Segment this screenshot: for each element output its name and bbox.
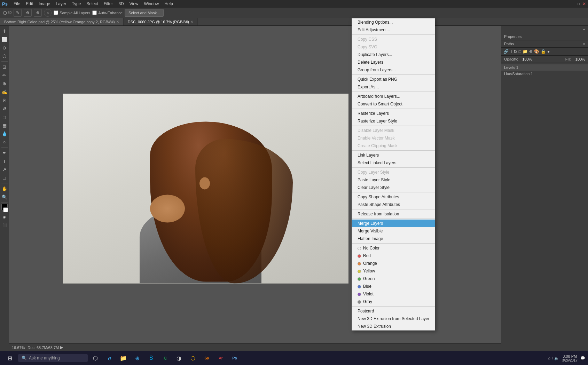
brush-subtract-btn[interactable]: ⊖ [24, 9, 32, 17]
ctx-item-blue[interactable]: Blue [352, 283, 435, 290]
layer-color-icon[interactable]: 🎨 [534, 49, 539, 54]
task-view-icon[interactable]: ⬡ [89, 352, 102, 364]
tab-1[interactable]: DSC_0060.JPG @ 16.7% (RGB/8#) ✕ [124, 18, 198, 25]
taskbar-search[interactable]: 🔍 Ask me anything [18, 354, 88, 362]
eraser-tool[interactable]: ◻ [1, 113, 8, 121]
ctx-item-gray[interactable]: Gray [352, 298, 435, 306]
ctx-item-disable-layer-mask[interactable]: Disable Layer Mask [352, 127, 435, 134]
ctx-item-rasterize-layers[interactable]: Rasterize Layers [352, 110, 435, 117]
spotify-icon[interactable]: ♫ [159, 352, 171, 364]
tab-0-close[interactable]: ✕ [116, 20, 119, 24]
brush-mode-btn[interactable]: ✎ [14, 9, 22, 17]
layer-item-1[interactable]: Hue/Saturation 1 [501, 71, 588, 77]
ctx-item-orange[interactable]: Orange [352, 260, 435, 267]
layer-lock-icon[interactable]: 🔒 [541, 49, 546, 54]
zoom-tool[interactable]: 🔍 [1, 193, 8, 201]
ctx-item-artboard-from-layers[interactable]: Artboard from Layers... [352, 93, 435, 100]
ctx-item-no-color[interactable]: No Color [352, 244, 435, 252]
brush-tool[interactable]: ✍ [1, 88, 8, 96]
tab-1-close[interactable]: ✕ [190, 20, 193, 24]
ctx-item-new-3d-extrusion[interactable]: New 3D Extrusion [352, 323, 435, 330]
auto-enhance-checkbox[interactable]: Auto-Enhance [92, 10, 123, 15]
path-select-tool[interactable]: ↗ [1, 166, 8, 173]
eyedropper-tool[interactable]: ✏ [1, 71, 8, 79]
ctx-item-release-from-isolation[interactable]: Release from Isolation [352, 210, 435, 218]
acrobat-icon[interactable]: Ar [214, 352, 227, 364]
ctx-item-copy-svg[interactable]: Copy SVG [352, 43, 435, 51]
lasso-tool[interactable]: ⊙ [1, 44, 8, 51]
edge-icon[interactable]: ℯ [103, 352, 116, 364]
shape-tool[interactable]: □ [1, 174, 8, 182]
crop-tool[interactable]: ⊡ [1, 63, 8, 71]
notifications-icon[interactable]: 💬 [580, 356, 585, 360]
maximize-button[interactable]: □ [577, 1, 580, 6]
fill-value[interactable]: 100% [575, 57, 585, 61]
ctx-item-paste-shape-attributes[interactable]: Paste Shape Attributes [352, 201, 435, 208]
ps-icon[interactable]: Ps [228, 352, 241, 364]
close-button[interactable]: ✕ [582, 1, 586, 6]
ctx-item-flatten-image[interactable]: Flatten Image [352, 235, 435, 243]
ctx-item-enable-vector-mask[interactable]: Enable Vector Mask [352, 134, 435, 142]
brush-size-btn[interactable]: ○ [44, 9, 52, 17]
dodge-tool[interactable]: ○ [1, 138, 8, 146]
ctx-item-yellow[interactable]: Yellow [352, 267, 435, 275]
type-tool[interactable]: T [1, 157, 8, 165]
ctx-item-clear-layer-style[interactable]: Clear Layer Style [352, 184, 435, 191]
menu-layer[interactable]: Layer [53, 1, 69, 7]
ctx-item-export-as[interactable]: Export As... [352, 83, 435, 91]
ctx-item-group-from-layers[interactable]: Group from Layers... [352, 66, 435, 74]
menu-view[interactable]: View [127, 1, 141, 7]
ctx-item-copy-shape-attributes[interactable]: Copy Shape Attributes [352, 193, 435, 201]
menu-window[interactable]: Window [142, 1, 162, 7]
select-rect-tool[interactable]: ⬜ [1, 35, 8, 43]
quick-select-tool[interactable]: ⬡ [1, 52, 8, 60]
layer-adj-icon[interactable]: ⊕ [529, 49, 533, 54]
ctx-item-blending-options[interactable]: Blending Options... [352, 18, 435, 26]
layer-folder-icon[interactable]: 📁 [523, 49, 528, 54]
ctx-item-link-layers[interactable]: Link Layers [352, 151, 435, 159]
stamp-tool[interactable]: ⎘ [1, 96, 8, 104]
ctx-item-postcard[interactable]: Postcard [352, 307, 435, 315]
menu-edit[interactable]: Edit [23, 1, 36, 7]
pen-tool[interactable]: ✒ [1, 149, 8, 157]
skype-icon[interactable]: S [145, 352, 157, 364]
spot-heal-tool[interactable]: ⊕ [1, 80, 8, 87]
menu-select[interactable]: Select [84, 1, 100, 7]
collapse-icon[interactable]: « [583, 27, 585, 31]
layer-effects-icon[interactable]: fx [514, 49, 517, 54]
ctx-item-red[interactable]: Red [352, 252, 435, 260]
menu-image[interactable]: Image [36, 1, 53, 7]
sketch-icon[interactable]: ⬡ [187, 352, 199, 364]
paths-menu-icon[interactable]: ≡ [583, 42, 585, 46]
ctx-item-duplicate-layers[interactable]: Duplicate Layers... [352, 51, 435, 58]
ctx-item-new-3d-extrusion-selected[interactable]: New 3D Extrusion from Selected Layer [352, 315, 435, 323]
ctx-item-merge-visible[interactable]: Merge Visible [352, 227, 435, 235]
menu-filter[interactable]: Filter [101, 1, 116, 7]
ctx-item-select-linked-layers[interactable]: Select Linked Layers [352, 159, 435, 167]
ctx-item-create-clipping-mask[interactable]: Create Clipping Mask [352, 142, 435, 150]
layer-item-0[interactable]: Levels 1 [501, 64, 588, 71]
blur-tool[interactable]: 💧 [1, 130, 8, 137]
layer-link-icon[interactable]: 🔗 [503, 49, 509, 54]
hand-tool[interactable]: ✋ [1, 185, 8, 192]
quick-mask-btn[interactable]: ◉ [1, 213, 8, 221]
move-tool[interactable]: ✛ [1, 27, 8, 35]
screen-mode-btn[interactable]: ⬛ [1, 221, 8, 229]
layer-text-icon[interactable]: T [510, 49, 512, 54]
ctx-item-merge-layers[interactable]: Merge Layers [352, 220, 435, 227]
scroll-arrow[interactable]: ▶ [60, 345, 63, 350]
menu-file[interactable]: File [11, 1, 23, 7]
explorer-icon[interactable]: 📁 [117, 352, 130, 364]
opacity-value[interactable]: 100% [522, 57, 532, 61]
select-mask-button[interactable]: Select and Mask... [125, 9, 164, 17]
menu-type[interactable]: Type [69, 1, 83, 7]
chrome-icon[interactable]: ◑ [173, 352, 185, 364]
start-button[interactable]: ⊞ [3, 352, 17, 364]
layer-mask-icon[interactable]: □ [519, 49, 521, 54]
ctx-item-paste-layer-style[interactable]: Paste Layer Style [352, 176, 435, 184]
layer-dot-icon[interactable]: ● [547, 49, 550, 54]
ctx-item-copy-css[interactable]: Copy CSS [352, 35, 435, 43]
tab-0[interactable]: Bottom Right Calee.psd @ 25% (Yellow Ora… [0, 18, 124, 25]
brush-add-btn[interactable]: ⊕ [34, 9, 42, 17]
ctx-item-quick-export-png[interactable]: Quick Export as PNG [352, 76, 435, 83]
